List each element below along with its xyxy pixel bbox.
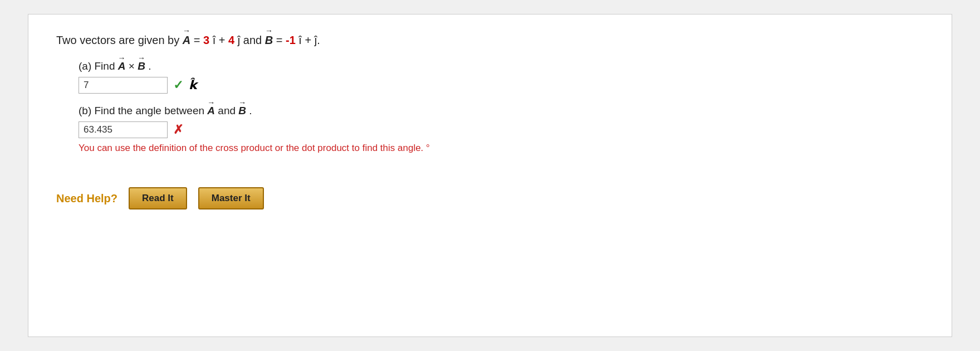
k-hat-label: k̂ [189, 78, 197, 92]
correct-icon: ✓ [173, 78, 183, 92]
and-b: and [218, 105, 238, 116]
problem-container: Two vectors are given by A = 3 î + 4 ĵ a… [28, 14, 952, 337]
vector-b-label: B [265, 31, 273, 49]
part-a-label: (a) Find A × B . [79, 60, 924, 72]
vector-b-coeff-i: -1 [286, 34, 296, 46]
need-help-section: Need Help? Read It Master It [56, 187, 924, 209]
vector-a-def-prefix: = [194, 34, 203, 46]
vector-b-i-hat: î + [298, 34, 314, 46]
part-b-answer-row: ✗ [79, 121, 924, 138]
vector-a-coeff-j: 4 [228, 34, 234, 46]
part-a-input[interactable] [79, 77, 168, 94]
period: . [148, 60, 151, 72]
vector-b-eq: = [276, 34, 286, 46]
part-b-vector-a: A [207, 105, 215, 117]
cross-symbol: × [129, 60, 138, 72]
incorrect-icon: ✗ [173, 123, 183, 137]
part-a-answer-row: ✓ k̂ [79, 77, 924, 94]
intro-text: Two vectors are given by [56, 34, 179, 46]
degree-symbol: ° [426, 143, 430, 153]
part-b: (b) Find the angle between A and B . ✗ Y… [79, 105, 924, 154]
read-it-button[interactable]: Read It [129, 187, 187, 209]
master-it-button[interactable]: Master It [198, 187, 264, 209]
vector-a-i-hat: î + [213, 34, 228, 46]
vector-a-coeff-i: 3 [203, 34, 209, 46]
part-b-input[interactable] [79, 121, 168, 138]
vector-a-label: A [183, 31, 190, 49]
part-a-vector-a: A [118, 60, 126, 72]
part-a: (a) Find A × B . ✓ k̂ [79, 60, 924, 94]
need-help-label: Need Help? [56, 192, 117, 205]
part-b-label: (b) Find the angle between A and B . [79, 105, 924, 117]
part-a-vector-b: B [138, 60, 145, 72]
hint-text: You can use the definition of the cross … [79, 143, 924, 154]
period-b: . [249, 105, 252, 116]
part-b-vector-b: B [238, 105, 246, 117]
and-text: and [243, 34, 265, 46]
vector-a-j-hat: ĵ [238, 34, 240, 46]
vector-b-j-hat: ĵ. [315, 34, 320, 46]
problem-statement: Two vectors are given by A = 3 î + 4 ĵ a… [56, 31, 924, 49]
